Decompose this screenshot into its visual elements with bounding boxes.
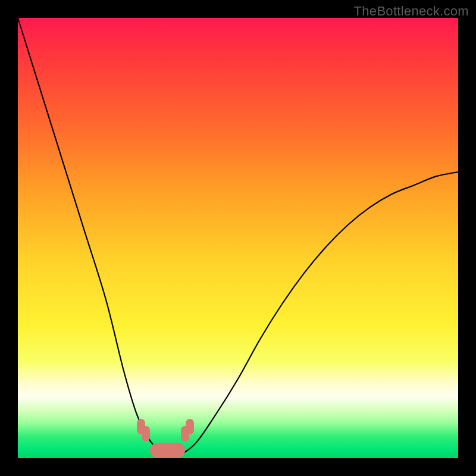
chart-plot-area	[18, 18, 458, 458]
watermark-text: TheBottleneck.com	[354, 4, 469, 19]
optimal-point-marker	[142, 426, 150, 441]
optimal-point-marker	[186, 419, 194, 434]
optimal-range-marker	[150, 443, 185, 458]
bottleneck-curve	[18, 18, 458, 458]
